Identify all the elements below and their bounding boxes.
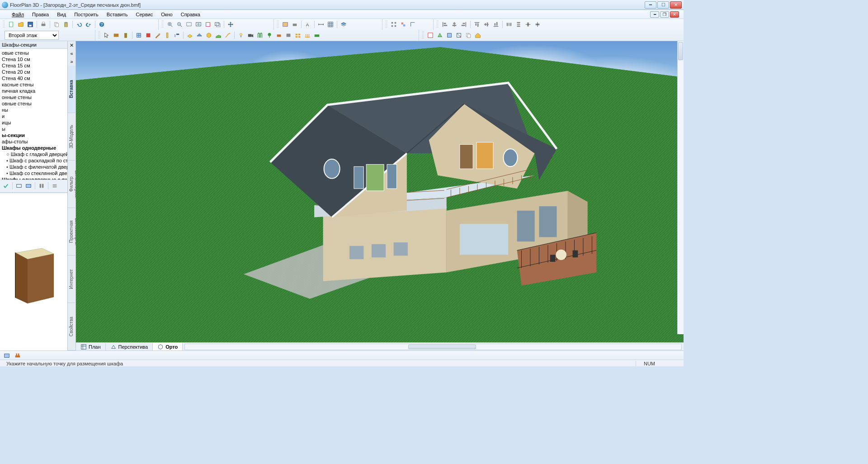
rail-tab-internet[interactable]: Интернет: [68, 256, 75, 303]
catalog-item[interactable]: Шкаф с гладкой дверцей: [0, 151, 67, 157]
catalog-tree[interactable]: овые стеныСтена 10 смСтена 15 смСтена 20…: [0, 49, 67, 180]
distribute-h-button[interactable]: [505, 20, 513, 28]
save-button[interactable]: [26, 20, 34, 28]
pointer-button[interactable]: [103, 31, 111, 39]
align-right-button[interactable]: [460, 20, 468, 28]
furn1-button[interactable]: [275, 31, 283, 39]
zoom-fit-button[interactable]: [194, 20, 203, 28]
menu-window[interactable]: Окно: [157, 11, 176, 18]
scroll-thumb[interactable]: [678, 42, 683, 60]
view-plan-button[interactable]: [426, 31, 434, 39]
zoom-in-button[interactable]: [166, 20, 174, 28]
align-top-button[interactable]: [473, 20, 481, 28]
menu-file[interactable]: Файл: [8, 11, 28, 18]
horizontal-scrollbar[interactable]: [184, 344, 682, 350]
column-button[interactable]: [163, 31, 171, 39]
menu-help[interactable]: Справка: [177, 11, 204, 18]
fence-button[interactable]: [256, 31, 264, 39]
undo-button[interactable]: [75, 20, 83, 28]
catalog-item[interactable]: Шкафы однодверные: [0, 145, 67, 151]
mdi-minimize-button[interactable]: ━: [650, 11, 659, 18]
distribute-v-button[interactable]: [514, 20, 523, 28]
mdi-restore-button[interactable]: ❐: [660, 11, 669, 18]
zoom-out-button[interactable]: [175, 20, 184, 28]
view-tab-plan[interactable]: План: [76, 343, 106, 350]
floor-select[interactable]: Второй этаж: [5, 31, 59, 40]
catalog-item[interactable]: онные стены: [0, 94, 67, 100]
bottom-btn-2[interactable]: [14, 351, 22, 360]
view-home-button[interactable]: [474, 31, 482, 39]
help-button[interactable]: ?: [98, 20, 106, 28]
maximize-button[interactable]: ☐: [657, 1, 669, 9]
text-button[interactable]: A: [304, 20, 312, 28]
panel-btn-3[interactable]: [24, 182, 33, 190]
pan-button[interactable]: [226, 20, 235, 28]
light-button[interactable]: [237, 31, 245, 39]
align-left-button[interactable]: [441, 20, 449, 28]
catalog-item[interactable]: ицы: [0, 119, 67, 126]
catalog-item[interactable]: ы: [0, 126, 67, 132]
paste-button[interactable]: [62, 20, 70, 28]
redo-button[interactable]: [85, 20, 93, 28]
rail-close-button[interactable]: ✕: [68, 42, 75, 49]
rail-tab-imagefilter[interactable]: Фильтр изображения: [68, 161, 75, 208]
rail-tab-projectinfo[interactable]: Проектная информация: [68, 208, 75, 256]
catalog-item[interactable]: овные стены: [0, 100, 67, 107]
menu-insert[interactable]: Вставить: [103, 11, 132, 18]
copy-button[interactable]: [52, 20, 61, 28]
catalog-item[interactable]: Шкаф с филенчатой дверцей: [0, 164, 67, 170]
view-tab-ortho[interactable]: Орто: [153, 343, 183, 350]
panel-btn-5[interactable]: [51, 182, 59, 190]
catalog-item[interactable]: ы-секции: [0, 132, 67, 138]
align-bottom-button[interactable]: [492, 20, 500, 28]
deck-button[interactable]: [313, 31, 321, 39]
fence2-button[interactable]: [303, 31, 311, 39]
path-button[interactable]: [224, 31, 232, 39]
align-center-button[interactable]: [450, 20, 458, 28]
layers-button[interactable]: [340, 20, 348, 28]
view-copy-button[interactable]: [464, 31, 472, 39]
furn2-button[interactable]: [284, 31, 292, 39]
wall-button[interactable]: [112, 31, 120, 39]
print3d-button[interactable]: [291, 20, 299, 28]
3d-canvas[interactable]: [76, 41, 684, 342]
catalog-item[interactable]: Стена 15 см: [0, 62, 67, 69]
render-button[interactable]: [281, 20, 289, 28]
catalog-item[interactable]: афы-столы: [0, 138, 67, 145]
dim-button[interactable]: [317, 20, 325, 28]
menu-view[interactable]: Вид: [53, 11, 70, 18]
catalog-item[interactable]: ны: [0, 107, 67, 113]
grid-button[interactable]: [326, 20, 335, 28]
opening-button[interactable]: [144, 31, 152, 39]
view-elev-button[interactable]: [445, 31, 453, 39]
catalog-item[interactable]: Стена 20 см: [0, 69, 67, 75]
center-v-button[interactable]: [533, 20, 542, 28]
terrain-button[interactable]: [214, 31, 222, 39]
print-button[interactable]: [39, 20, 47, 28]
catalog-item[interactable]: Стена 10 см: [0, 56, 67, 62]
center-h-button[interactable]: [524, 20, 532, 28]
bottom-btn-1[interactable]: [3, 351, 11, 360]
view-tab-perspective[interactable]: Перспектива: [106, 343, 153, 350]
menu-service[interactable]: Сервис: [132, 11, 156, 18]
rail-up-button[interactable]: «: [68, 50, 75, 57]
rail-tab-3dmodel[interactable]: 3D-Модель: [68, 113, 75, 161]
slab-button[interactable]: [186, 31, 194, 39]
window-button[interactable]: [135, 31, 143, 39]
new-button[interactable]: [7, 20, 15, 28]
camera-button[interactable]: [246, 31, 255, 39]
panel-btn-1[interactable]: [2, 182, 10, 190]
scroll-thumb[interactable]: [408, 345, 476, 349]
catalog-item[interactable]: касные стены: [0, 81, 67, 88]
catalog-item[interactable]: Стена 40 см: [0, 75, 67, 81]
zoom-window-button[interactable]: [185, 20, 193, 28]
close-button[interactable]: ✕: [670, 1, 682, 9]
rail-tab-properties[interactable]: Свойства: [68, 303, 75, 350]
view-section-button[interactable]: [455, 31, 463, 39]
ortho-button[interactable]: [409, 20, 417, 28]
align-middle-button[interactable]: [482, 20, 491, 28]
catalog-item[interactable]: Шкаф с раскладкой по стеклу: [0, 157, 67, 164]
view-3d-button[interactable]: [436, 31, 444, 39]
catalog-item[interactable]: Шкаф со стеклянной дверцей: [0, 170, 67, 176]
catalog-item[interactable]: пичная кладка: [0, 88, 67, 94]
